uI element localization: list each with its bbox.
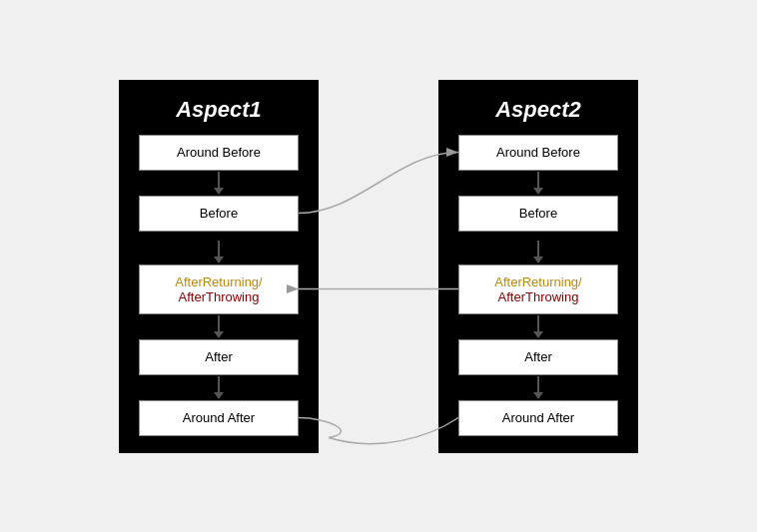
arrow-down [528,172,548,195]
aspect2-after-returning-node: AfterReturning/ AfterThrowing [458,265,618,314]
aspect2-around-before-node: Around Before [458,135,618,171]
arrow-down [209,172,229,195]
aspect2-around-after-node: Around After [458,400,618,436]
aspect2-box: Aspect2 Around Before Before AfterReturn… [438,80,638,453]
aspect1-after-returning-node: AfterReturning/ AfterThrowing [139,265,299,314]
aspect2-title: Aspect2 [495,97,581,123]
aspect2-after-node: After [458,339,618,375]
aspect1-before-node: Before [139,196,299,232]
aspect1-around-after-node: Around After [139,400,299,436]
curve-before-to-around-before [299,153,458,214]
aspect2-before-node: Before [458,196,618,232]
main-container: Aspect1 Around Before Before AfterReturn… [0,0,757,532]
aspect1-around-before-node: Around Before [139,135,299,171]
connecting-arrows [0,0,757,532]
arrow-down [209,376,229,399]
arrow-down [528,315,548,338]
curve-around-after [299,418,458,444]
arrow-down [209,315,229,338]
aspect1-after-node: After [139,339,299,375]
arrow-down [528,376,548,399]
arrow-down [209,241,229,264]
aspect1-box: Aspect1 Around Before Before AfterReturn… [119,80,319,453]
arrow-down [528,241,548,264]
aspect1-title: Aspect1 [176,97,262,123]
